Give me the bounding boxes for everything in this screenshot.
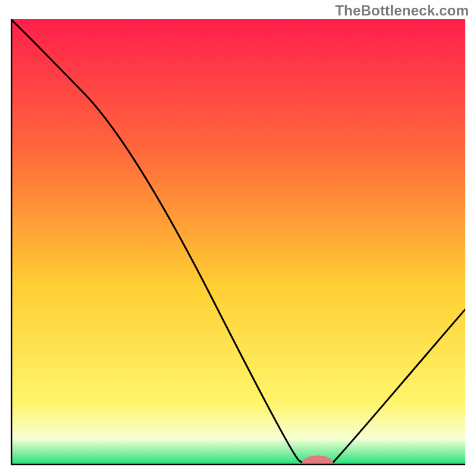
plot-area: [11, 19, 465, 465]
gradient-background: [11, 19, 465, 465]
chart-svg: [11, 19, 465, 465]
watermark-text: TheBottleneck.com: [335, 2, 469, 19]
bottleneck-chart: TheBottleneck.com: [0, 0, 476, 476]
